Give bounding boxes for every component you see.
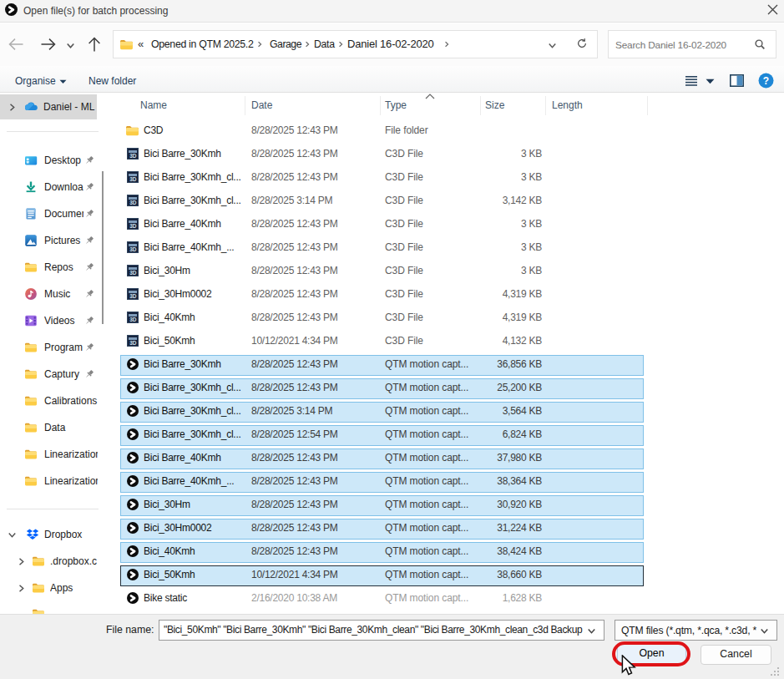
svg-text:3D: 3D [129, 293, 137, 299]
svg-text:3D: 3D [129, 340, 137, 346]
svg-text:3D: 3D [129, 200, 137, 205]
svg-text:3D: 3D [129, 246, 137, 252]
svg-text:3D: 3D [129, 317, 137, 322]
svg-text:3D: 3D [129, 153, 137, 159]
svg-text:3D: 3D [129, 270, 137, 276]
svg-text:?: ? [763, 75, 769, 87]
svg-text:3D: 3D [129, 176, 137, 182]
svg-text:3D: 3D [129, 223, 137, 229]
